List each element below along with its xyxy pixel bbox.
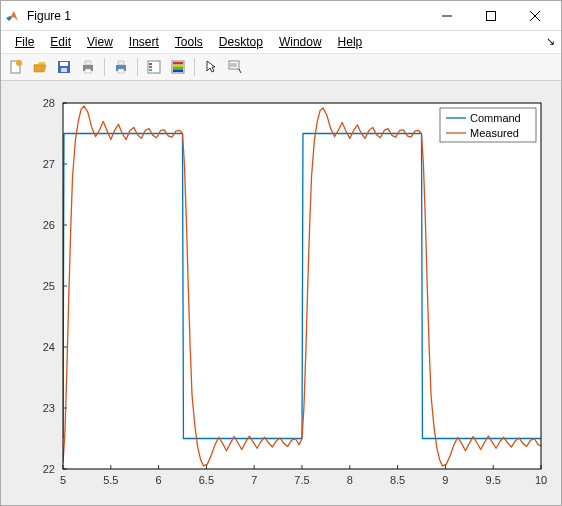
svg-rect-8 <box>61 68 67 72</box>
svg-text:Measured: Measured <box>470 127 519 139</box>
matlab-icon <box>5 8 21 24</box>
svg-text:22: 22 <box>43 463 55 475</box>
menu-window[interactable]: Window <box>271 33 330 51</box>
print-button[interactable] <box>77 56 99 78</box>
menubar: File Edit View Insert Tools Desktop Wind… <box>1 31 561 53</box>
save-button[interactable] <box>53 56 75 78</box>
svg-rect-7 <box>60 62 68 66</box>
svg-rect-1 <box>487 11 496 20</box>
pagepreview-button[interactable] <box>110 56 132 78</box>
toolbar-sep <box>194 58 195 76</box>
svg-rect-14 <box>118 69 124 73</box>
svg-rect-20 <box>173 62 183 65</box>
svg-text:25: 25 <box>43 280 55 292</box>
svg-rect-17 <box>149 66 152 68</box>
menu-edit[interactable]: Edit <box>42 33 79 51</box>
svg-text:7: 7 <box>251 474 257 486</box>
svg-rect-16 <box>149 63 152 65</box>
svg-text:9: 9 <box>442 474 448 486</box>
svg-text:27: 27 <box>43 158 55 170</box>
svg-text:24: 24 <box>43 341 55 353</box>
minimize-button[interactable] <box>425 2 469 30</box>
svg-text:8: 8 <box>347 474 353 486</box>
titlebar: Figure 1 <box>1 1 561 31</box>
menu-help[interactable]: Help <box>330 33 371 51</box>
svg-rect-10 <box>85 61 91 65</box>
svg-text:23: 23 <box>43 402 55 414</box>
figure-window: Figure 1 File Edit View Insert Tools Des… <box>0 0 562 506</box>
svg-text:28: 28 <box>43 97 55 109</box>
svg-point-5 <box>16 60 22 66</box>
svg-rect-23 <box>173 70 183 73</box>
legend-button[interactable] <box>143 56 165 78</box>
plot-area: 55.566.577.588.599.51022232425262728Comm… <box>1 81 561 505</box>
svg-text:5: 5 <box>60 474 66 486</box>
datatip-button[interactable] <box>224 56 246 78</box>
window-controls <box>425 2 557 30</box>
open-button[interactable] <box>29 56 51 78</box>
menu-file[interactable]: File <box>7 33 42 51</box>
colorbar-button[interactable] <box>167 56 189 78</box>
svg-rect-18 <box>149 69 152 71</box>
svg-text:9.5: 9.5 <box>486 474 501 486</box>
menu-insert[interactable]: Insert <box>121 33 167 51</box>
pointer-button[interactable] <box>200 56 222 78</box>
svg-text:10: 10 <box>535 474 547 486</box>
svg-text:6: 6 <box>156 474 162 486</box>
maximize-button[interactable] <box>469 2 513 30</box>
toolbar <box>1 53 561 81</box>
new-figure-button[interactable] <box>5 56 27 78</box>
svg-text:8.5: 8.5 <box>390 474 405 486</box>
menu-view[interactable]: View <box>79 33 121 51</box>
svg-rect-11 <box>85 69 91 73</box>
menu-tools[interactable]: Tools <box>167 33 211 51</box>
menu-desktop[interactable]: Desktop <box>211 33 271 51</box>
toolbar-sep <box>104 58 105 76</box>
dock-icon[interactable]: ↘ <box>546 35 555 48</box>
svg-text:7.5: 7.5 <box>294 474 309 486</box>
svg-rect-22 <box>173 67 183 70</box>
svg-rect-21 <box>173 65 183 68</box>
svg-rect-13 <box>118 61 124 65</box>
window-title: Figure 1 <box>27 9 425 23</box>
toolbar-sep <box>137 58 138 76</box>
close-button[interactable] <box>513 2 557 30</box>
svg-text:5.5: 5.5 <box>103 474 118 486</box>
svg-text:Command: Command <box>470 112 521 124</box>
svg-rect-24 <box>229 61 239 69</box>
axes[interactable]: 55.566.577.588.599.51022232425262728Comm… <box>1 81 561 505</box>
svg-text:6.5: 6.5 <box>199 474 214 486</box>
svg-text:26: 26 <box>43 219 55 231</box>
